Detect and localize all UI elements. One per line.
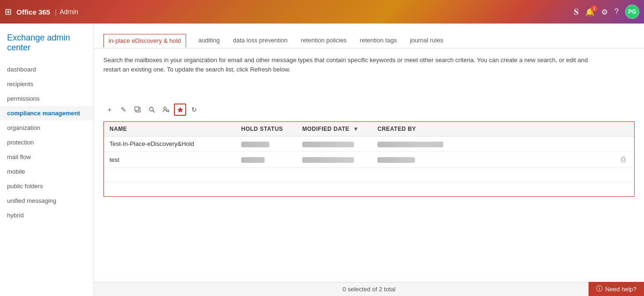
- tab-journal-rules[interactable]: journal rules: [409, 33, 444, 48]
- help-circle-icon: ⓘ: [596, 285, 603, 293]
- sidebar-item-mobile[interactable]: mobile: [0, 164, 94, 179]
- bottom-spacer: [94, 199, 644, 222]
- table-header-row: NAME HOLD STATUS MODIFIED DATE ▼ CREATED…: [104, 122, 634, 136]
- settings-icon[interactable]: ⚙: [601, 8, 608, 16]
- sidebar-item-public-folders[interactable]: public folders: [0, 179, 94, 193]
- sidebar-item-recipients[interactable]: recipients: [0, 77, 94, 91]
- nav-content: ⊞ Office 365 | Admin 𝐒 🔔 1 ⚙ ? PG: [0, 5, 644, 19]
- svg-rect-1: [135, 107, 139, 111]
- edit-button[interactable]: ✎: [118, 104, 130, 116]
- refresh-button[interactable]: ↻: [188, 104, 200, 116]
- sidebar-item-dashboard[interactable]: dashboard: [0, 62, 94, 77]
- col-header-name: NAME: [104, 122, 236, 136]
- cell-created-by-1: [372, 136, 615, 152]
- table-container: NAME HOLD STATUS MODIFIED DATE ▼ CREATED…: [103, 121, 635, 197]
- skype-icon[interactable]: 𝐒: [574, 7, 579, 17]
- need-help-button[interactable]: ⓘ Need help?: [589, 282, 644, 296]
- sort-arrow-icon: ▼: [353, 126, 359, 132]
- export-icon[interactable]: ⎙: [621, 155, 626, 163]
- status-text: 0 selected of 2 total: [343, 286, 396, 293]
- search-button[interactable]: [146, 104, 158, 116]
- copy-button[interactable]: [132, 104, 144, 116]
- table-row-empty-2: [104, 182, 634, 196]
- nav-section-label: Admin: [60, 8, 79, 16]
- svg-line-6: [168, 111, 169, 112]
- help-icon[interactable]: ?: [614, 8, 619, 16]
- cell-export-2: ⎙: [615, 152, 634, 168]
- tab-retention-policies[interactable]: retention policies: [300, 33, 348, 48]
- help-button-label: Need help?: [605, 286, 637, 293]
- sidebar-item-hybrid[interactable]: hybrid: [0, 208, 94, 223]
- col-header-modified-date[interactable]: MODIFIED DATE ▼: [297, 122, 372, 136]
- tab-auditing[interactable]: auditing: [197, 33, 221, 48]
- cell-created-by-2: [372, 152, 615, 168]
- main-content: in-place eDiscovery & hold auditing data…: [94, 24, 644, 296]
- user-avatar[interactable]: PG: [625, 5, 639, 19]
- bell-icon[interactable]: 🔔 1: [585, 8, 595, 16]
- cell-modified-date-2: [297, 152, 372, 168]
- toolbar: + ✎: [94, 100, 644, 120]
- tab-ediscovery[interactable]: in-place eDiscovery & hold: [103, 34, 186, 48]
- cell-name-2: test: [104, 152, 236, 168]
- svg-line-3: [153, 111, 155, 112]
- cell-name-1: Test-In-Place-eDiscovery&Hold: [104, 136, 236, 152]
- description-text: Search the mailboxes in your organizatio…: [94, 48, 611, 81]
- status-bar: 0 selected of 2 total: [94, 282, 644, 296]
- sidebar-item-unified-messaging[interactable]: unified messaging: [0, 193, 94, 208]
- nav-divider: |: [55, 8, 57, 16]
- nav-right-icons: 𝐒 🔔 1 ⚙ ? PG: [574, 5, 639, 19]
- waffle-icon[interactable]: ⊞: [5, 7, 12, 17]
- person-search-button[interactable]: [160, 104, 172, 116]
- cell-export-1: [615, 136, 634, 152]
- table-row[interactable]: test ⎙: [104, 152, 634, 168]
- add-button[interactable]: +: [103, 104, 116, 116]
- tab-retention-tags[interactable]: retention tags: [359, 33, 398, 48]
- ediscovery-table: NAME HOLD STATUS MODIFIED DATE ▼ CREATED…: [104, 122, 634, 196]
- main-layout: Exchange admin center dashboard recipien…: [0, 24, 644, 296]
- cell-hold-status-2: [236, 152, 297, 168]
- col-header-created-by: CREATED BY: [372, 122, 615, 136]
- cell-hold-status-1: [236, 136, 297, 152]
- svg-point-5: [167, 110, 169, 112]
- top-nav: ⊞ Office 365 | Admin 𝐒 🔔 1 ⚙ ? PG: [0, 0, 644, 24]
- sidebar-item-permissions[interactable]: permissions: [0, 91, 94, 106]
- svg-point-2: [149, 107, 153, 111]
- tab-nav: in-place eDiscovery & hold auditing data…: [94, 33, 644, 48]
- col-header-actions: [615, 122, 634, 136]
- highlighted-button[interactable]: [174, 104, 186, 116]
- table-row[interactable]: Test-In-Place-eDiscovery&Hold: [104, 136, 634, 152]
- table-row-empty-1: [104, 168, 634, 182]
- sidebar-item-protection[interactable]: protection: [0, 135, 94, 150]
- sidebar: Exchange admin center dashboard recipien…: [0, 24, 94, 296]
- sidebar-item-organization[interactable]: organization: [0, 120, 94, 135]
- col-header-hold-status: HOLD STATUS: [236, 122, 297, 136]
- office365-label: Office 365: [16, 8, 50, 16]
- tab-dlp[interactable]: data loss prevention: [232, 33, 288, 48]
- cell-modified-date-1: [297, 136, 372, 152]
- page-title: Exchange admin center: [0, 28, 94, 62]
- notification-badge: 1: [591, 5, 597, 12]
- svg-point-4: [164, 107, 166, 110]
- sidebar-item-compliance-management[interactable]: compliance management: [0, 106, 94, 120]
- sidebar-item-mail-flow[interactable]: mail flow: [0, 150, 94, 164]
